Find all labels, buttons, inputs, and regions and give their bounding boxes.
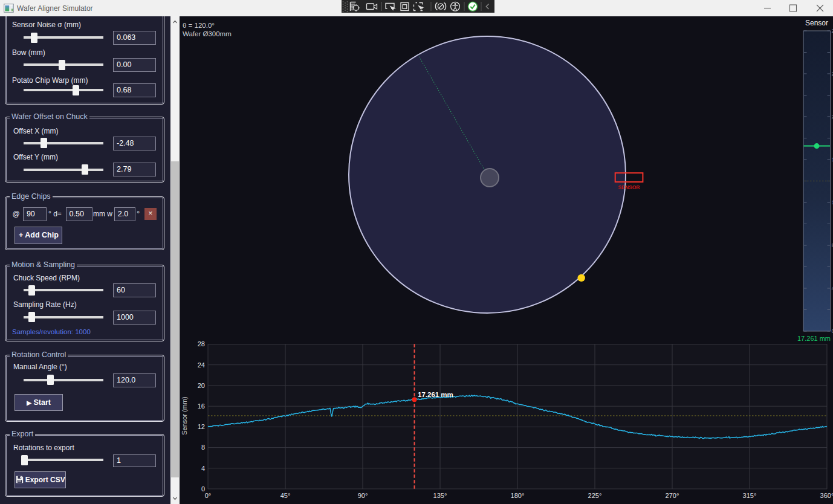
svg-text:315°: 315° xyxy=(743,492,757,499)
svg-text:8: 8 xyxy=(201,444,205,451)
svg-text:45°: 45° xyxy=(280,492,291,499)
svg-text:180°: 180° xyxy=(511,492,525,499)
svg-text:0°: 0° xyxy=(205,492,212,499)
svg-text:17.261 mm: 17.261 mm xyxy=(418,391,453,398)
svg-text:24: 24 xyxy=(198,361,205,369)
svg-text:Sensor (mm): Sensor (mm) xyxy=(181,396,188,435)
svg-text:0: 0 xyxy=(201,485,205,493)
svg-text:4: 4 xyxy=(201,465,205,472)
svg-text:θ = 120.0°: θ = 120.0° xyxy=(183,22,215,29)
svg-text:360°: 360° xyxy=(820,492,833,499)
svg-text:Wafer Ø300mm: Wafer Ø300mm xyxy=(183,30,232,37)
svg-text:90°: 90° xyxy=(358,492,368,499)
svg-text:16: 16 xyxy=(198,402,205,410)
svg-text:12: 12 xyxy=(198,423,205,430)
svg-text:28: 28 xyxy=(198,340,205,347)
svg-text:270°: 270° xyxy=(666,492,679,499)
svg-text:SENSOR: SENSOR xyxy=(618,184,640,190)
svg-text:135°: 135° xyxy=(433,492,447,499)
svg-text:Sensor: Sensor xyxy=(805,19,828,27)
svg-text:20: 20 xyxy=(198,382,205,389)
svg-text:225°: 225° xyxy=(588,492,602,499)
svg-text:17.261 mm: 17.261 mm xyxy=(797,335,831,342)
